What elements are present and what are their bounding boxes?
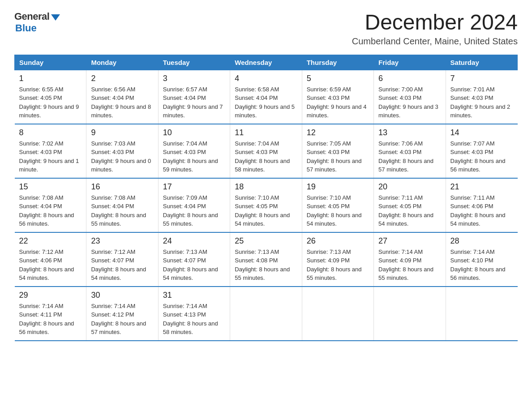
calendar-cell: 9 Sunrise: 7:03 AMSunset: 4:03 PMDayligh… [86,124,158,178]
title-section: December 2024 Cumberland Center, Maine, … [352,11,518,47]
day-info: Sunrise: 7:12 AMSunset: 4:06 PMDaylight:… [19,248,74,282]
calendar-cell: 17 Sunrise: 7:09 AMSunset: 4:04 PMDaylig… [158,178,230,232]
day-number: 17 [163,182,225,192]
calendar-cell: 13 Sunrise: 7:06 AMSunset: 4:03 PMDaylig… [374,124,446,178]
day-number: 21 [450,182,513,192]
day-number: 26 [307,236,369,246]
calendar-cell: 22 Sunrise: 7:12 AMSunset: 4:06 PMDaylig… [15,232,86,287]
day-info: Sunrise: 7:11 AMSunset: 4:06 PMDaylight:… [450,194,506,227]
calendar-cell: 7 Sunrise: 7:01 AMSunset: 4:03 PMDayligh… [446,70,517,124]
calendar-cell: 20 Sunrise: 7:11 AMSunset: 4:05 PMDaylig… [374,178,446,232]
calendar-week-row: 22 Sunrise: 7:12 AMSunset: 4:06 PMDaylig… [15,232,518,287]
day-number: 29 [19,291,82,300]
day-number: 3 [163,74,225,83]
day-info: Sunrise: 7:09 AMSunset: 4:04 PMDaylight:… [163,194,218,227]
day-number: 6 [378,74,441,83]
calendar-cell: 24 Sunrise: 7:13 AMSunset: 4:07 PMDaylig… [158,232,230,287]
calendar-cell [302,287,373,341]
day-number: 23 [91,236,153,246]
header-tuesday: Tuesday [158,55,230,70]
day-info: Sunrise: 7:14 AMSunset: 4:09 PMDaylight:… [378,248,433,282]
day-info: Sunrise: 7:11 AMSunset: 4:05 PMDaylight:… [378,194,433,227]
day-info: Sunrise: 7:13 AMSunset: 4:09 PMDaylight:… [307,248,362,282]
day-info: Sunrise: 7:13 AMSunset: 4:08 PMDaylight:… [235,248,290,282]
calendar-week-row: 15 Sunrise: 7:08 AMSunset: 4:04 PMDaylig… [15,178,518,232]
day-info: Sunrise: 7:00 AMSunset: 4:03 PMDaylight:… [378,86,438,119]
day-info: Sunrise: 6:57 AMSunset: 4:04 PMDaylight:… [163,86,223,119]
day-info: Sunrise: 7:05 AMSunset: 4:03 PMDaylight:… [307,140,362,173]
day-info: Sunrise: 6:58 AMSunset: 4:04 PMDaylight:… [235,86,295,119]
page-header: General Blue December 2024 Cumberland Ce… [14,11,518,47]
day-info: Sunrise: 7:01 AMSunset: 4:03 PMDaylight:… [450,86,511,119]
calendar-cell: 21 Sunrise: 7:11 AMSunset: 4:06 PMDaylig… [446,178,517,232]
day-number: 24 [163,236,225,246]
calendar-cell [374,287,446,341]
day-info: Sunrise: 7:06 AMSunset: 4:03 PMDaylight:… [378,140,433,173]
day-info: Sunrise: 7:14 AMSunset: 4:13 PMDaylight:… [163,303,218,336]
calendar-cell: 31 Sunrise: 7:14 AMSunset: 4:13 PMDaylig… [158,287,230,341]
header-friday: Friday [374,55,446,70]
day-number: 16 [91,182,153,192]
day-number: 4 [235,74,297,83]
day-number: 28 [450,236,513,246]
calendar-week-row: 8 Sunrise: 7:02 AMSunset: 4:03 PMDayligh… [15,124,518,178]
calendar-cell: 23 Sunrise: 7:12 AMSunset: 4:07 PMDaylig… [86,232,158,287]
calendar-cell: 30 Sunrise: 7:14 AMSunset: 4:12 PMDaylig… [86,287,158,341]
day-number: 30 [91,291,153,300]
logo-blue-text: Blue [15,22,37,34]
logo: General Blue [14,11,60,34]
day-info: Sunrise: 6:55 AMSunset: 4:05 PMDaylight:… [19,86,79,119]
day-number: 2 [91,74,153,83]
day-info: Sunrise: 7:02 AMSunset: 4:03 PMDaylight:… [19,140,79,173]
calendar-cell: 26 Sunrise: 7:13 AMSunset: 4:09 PMDaylig… [302,232,373,287]
day-number: 19 [307,182,369,192]
calendar-cell: 18 Sunrise: 7:10 AMSunset: 4:05 PMDaylig… [230,178,302,232]
calendar-cell: 5 Sunrise: 6:59 AMSunset: 4:03 PMDayligh… [302,70,373,124]
day-number: 7 [450,74,513,83]
location-title: Cumberland Center, Maine, United States [352,36,518,47]
calendar-week-row: 29 Sunrise: 7:14 AMSunset: 4:11 PMDaylig… [15,287,518,341]
day-info: Sunrise: 7:04 AMSunset: 4:03 PMDaylight:… [235,140,290,173]
day-number: 27 [378,236,441,246]
calendar-cell: 15 Sunrise: 7:08 AMSunset: 4:04 PMDaylig… [15,178,86,232]
logo-general-text: General [14,11,49,22]
calendar-cell: 4 Sunrise: 6:58 AMSunset: 4:04 PMDayligh… [230,70,302,124]
calendar-cell: 19 Sunrise: 7:10 AMSunset: 4:05 PMDaylig… [302,178,373,232]
day-number: 15 [19,182,82,192]
day-number: 9 [91,128,153,137]
calendar-cell: 29 Sunrise: 7:14 AMSunset: 4:11 PMDaylig… [15,287,86,341]
day-info: Sunrise: 6:59 AMSunset: 4:03 PMDaylight:… [307,86,367,119]
calendar-cell: 8 Sunrise: 7:02 AMSunset: 4:03 PMDayligh… [15,124,86,178]
logo-arrow-icon [51,14,60,21]
day-number: 10 [163,128,225,137]
day-info: Sunrise: 7:14 AMSunset: 4:12 PMDaylight:… [91,303,146,336]
calendar-cell: 1 Sunrise: 6:55 AMSunset: 4:05 PMDayligh… [15,70,86,124]
header-thursday: Thursday [302,55,373,70]
calendar-cell: 11 Sunrise: 7:04 AMSunset: 4:03 PMDaylig… [230,124,302,178]
calendar-cell: 2 Sunrise: 6:56 AMSunset: 4:04 PMDayligh… [86,70,158,124]
day-number: 14 [450,128,513,137]
calendar-cell [230,287,302,341]
calendar-cell [446,287,517,341]
calendar-table: SundayMondayTuesdayWednesdayThursdayFrid… [14,55,518,341]
day-number: 1 [19,74,82,83]
header-monday: Monday [86,55,158,70]
day-info: Sunrise: 7:14 AMSunset: 4:10 PMDaylight:… [450,248,506,282]
day-info: Sunrise: 7:10 AMSunset: 4:05 PMDaylight:… [307,194,362,227]
day-number: 5 [307,74,369,83]
day-number: 8 [19,128,82,137]
header-sunday: Sunday [15,55,86,70]
calendar-header-row: SundayMondayTuesdayWednesdayThursdayFrid… [15,55,518,70]
day-number: 13 [378,128,441,137]
day-info: Sunrise: 7:13 AMSunset: 4:07 PMDaylight:… [163,248,218,282]
calendar-cell: 16 Sunrise: 7:08 AMSunset: 4:04 PMDaylig… [86,178,158,232]
day-info: Sunrise: 7:12 AMSunset: 4:07 PMDaylight:… [91,248,146,282]
day-info: Sunrise: 7:07 AMSunset: 4:03 PMDaylight:… [450,140,506,173]
day-number: 20 [378,182,441,192]
calendar-cell: 27 Sunrise: 7:14 AMSunset: 4:09 PMDaylig… [374,232,446,287]
day-info: Sunrise: 6:56 AMSunset: 4:04 PMDaylight:… [91,86,151,119]
header-wednesday: Wednesday [230,55,302,70]
day-info: Sunrise: 7:10 AMSunset: 4:05 PMDaylight:… [235,194,290,227]
calendar-cell: 14 Sunrise: 7:07 AMSunset: 4:03 PMDaylig… [446,124,517,178]
day-number: 25 [235,236,297,246]
